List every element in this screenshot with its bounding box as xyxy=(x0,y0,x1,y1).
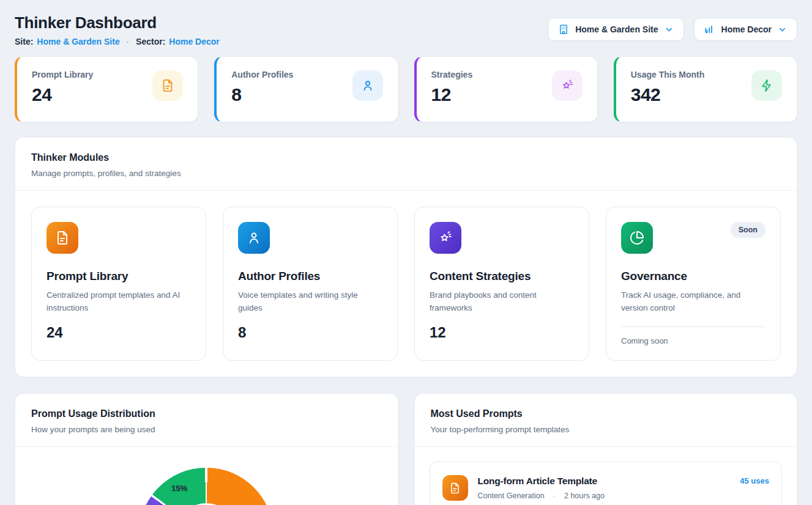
pie-chart-icon xyxy=(621,222,653,254)
module-stat: 24 xyxy=(47,324,191,341)
module-title: Governance xyxy=(621,270,765,283)
header: Thinker Dashboard Site: Home & Garden Si… xyxy=(15,13,797,46)
site-selector-dropdown[interactable]: Home & Garden Site xyxy=(548,18,683,41)
most-used-title: Most Used Prompts xyxy=(431,408,781,419)
chevron-down-icon xyxy=(665,25,674,34)
breadcrumb-dot: · xyxy=(127,37,129,46)
module-title: Author Profiles xyxy=(238,270,382,283)
sector-link[interactable]: Home Decor xyxy=(169,37,219,46)
document-icon xyxy=(152,70,183,101)
stat-card-author-profiles: Author Profiles 8 xyxy=(214,56,398,122)
header-left: Thinker Dashboard Site: Home & Garden Si… xyxy=(15,13,220,46)
prompt-usage-panel: Prompt Usage Distribution How your promp… xyxy=(15,393,398,505)
module-title: Content Strategies xyxy=(430,270,574,283)
thinker-dashboard-page: Thinker Dashboard Site: Home & Garden Si… xyxy=(0,0,812,505)
donut-slice-label: 15% xyxy=(171,484,187,493)
site-link[interactable]: Home & Garden Site xyxy=(37,37,119,46)
usage-panel-header: Prompt Usage Distribution How your promp… xyxy=(15,394,398,446)
breadcrumb: Site: Home & Garden Site · Sector: Home … xyxy=(15,37,220,46)
meta-dot: · xyxy=(553,491,556,500)
site-selector-label: Home & Garden Site xyxy=(575,24,658,34)
bar-chart-icon xyxy=(704,24,715,35)
prompt-item-text: Long-form Article Template Content Gener… xyxy=(478,476,731,500)
user-icon xyxy=(238,222,270,254)
sparkle-star-icon xyxy=(552,70,583,101)
site-label: Site: xyxy=(15,37,33,46)
sector-selector-dropdown[interactable]: Home Decor xyxy=(694,18,797,41)
modules-subtitle: Manage prompts, profiles, and strategies xyxy=(31,169,781,178)
prompt-item-category: Content Generation xyxy=(478,492,545,500)
sector-selector-label: Home Decor xyxy=(721,24,772,34)
usage-panel-subtitle: How your prompts are being used xyxy=(31,425,382,434)
sparkle-star-icon xyxy=(430,222,461,254)
module-card-governance[interactable]: Soon Governance Track AI usage, complian… xyxy=(606,207,781,361)
module-card-author-profiles[interactable]: Author Profiles Voice templates and writ… xyxy=(223,207,398,361)
divider xyxy=(621,326,765,327)
bottom-row: Prompt Usage Distribution How your promp… xyxy=(15,393,797,505)
module-card-prompt-library[interactable]: Prompt Library Centralized prompt templa… xyxy=(31,207,206,361)
most-used-prompts-panel: Most Used Prompts Your top-performing pr… xyxy=(414,393,798,505)
soon-badge: Soon xyxy=(731,222,765,238)
header-selectors: Home & Garden Site Home Decor xyxy=(548,18,797,41)
prompt-item-meta: Content Generation · 2 hours ago xyxy=(478,491,731,500)
stat-card-strategies: Strategies 12 xyxy=(414,56,598,122)
prompt-list-item[interactable]: Long-form Article Template Content Gener… xyxy=(430,462,783,505)
page-title: Thinker Dashboard xyxy=(15,13,220,32)
lightning-icon xyxy=(751,70,782,101)
prompt-item-time: 2 hours ago xyxy=(564,492,605,500)
most-used-header: Most Used Prompts Your top-performing pr… xyxy=(415,394,797,446)
chevron-down-icon xyxy=(778,25,787,34)
coming-soon-note: Coming soon xyxy=(621,336,765,345)
module-description: Brand playbooks and content frameworks xyxy=(430,289,574,314)
modules-grid: Prompt Library Centralized prompt templa… xyxy=(15,191,797,377)
prompt-usage-donut-chart: 15% xyxy=(139,468,274,505)
module-description: Track AI usage, compliance, and version … xyxy=(621,289,765,314)
module-title: Prompt Library xyxy=(47,270,191,283)
thinker-modules-section: Thinker Modules Manage prompts, profiles… xyxy=(15,137,797,377)
usage-panel-title: Prompt Usage Distribution xyxy=(31,408,382,419)
document-icon xyxy=(442,475,468,501)
prompt-list: Long-form Article Template Content Gener… xyxy=(415,447,797,505)
stat-card-prompt-library: Prompt Library 24 xyxy=(15,56,198,122)
module-stat: 12 xyxy=(430,324,574,341)
stat-card-usage: Usage This Month 342 xyxy=(614,56,797,122)
most-used-subtitle: Your top-performing prompt templates xyxy=(431,425,781,434)
module-description: Voice templates and writing style guides xyxy=(238,289,382,314)
stats-row: Prompt Library 24 Author Profiles 8 Stra… xyxy=(15,56,797,122)
prompt-item-title: Long-form Article Template xyxy=(478,476,731,487)
module-card-content-strategies[interactable]: Content Strategies Brand playbooks and c… xyxy=(414,207,589,361)
sector-label: Sector: xyxy=(136,37,165,46)
module-description: Centralized prompt templates and AI inst… xyxy=(47,289,191,314)
modules-header: Thinker Modules Manage prompts, profiles… xyxy=(15,138,797,190)
document-icon xyxy=(47,222,78,254)
divider xyxy=(15,446,398,447)
building-icon xyxy=(558,24,569,35)
prompt-item-uses-badge: 45 uses xyxy=(740,476,769,485)
user-icon xyxy=(352,70,383,101)
module-stat: 8 xyxy=(238,324,382,341)
modules-title: Thinker Modules xyxy=(31,152,781,163)
donut-chart-area: 15% xyxy=(15,468,398,505)
